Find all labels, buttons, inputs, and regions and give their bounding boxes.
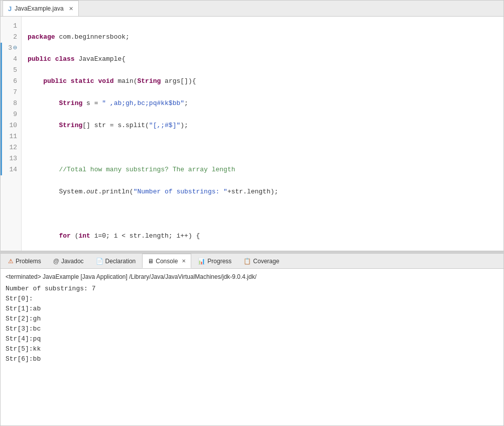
console-line-5: Str[3]:bc — [6, 324, 498, 334]
code-line-7: //Total how many substrings? The array l… — [28, 164, 497, 175]
tab-declaration[interactable]: 📄 Declaration — [90, 254, 142, 268]
tab-close-icon[interactable]: ✕ — [69, 6, 73, 12]
code-line-10: for (int i=0; i < str.length; i++) { — [28, 231, 497, 242]
console-line-2: Str[0]: — [6, 294, 498, 304]
javadoc-label: Javadoc — [61, 258, 84, 265]
line-num-2: 2 — [1, 32, 21, 43]
tab-javadoc[interactable]: @ Javadoc — [48, 254, 89, 268]
code-line-3: public static void main(String args[]){ — [28, 76, 497, 87]
app-container: J JavaExample.java ✕ 1 2 3⊖ 4 5 6 7 8 9 … — [0, 0, 504, 426]
console-label: Console — [156, 258, 178, 265]
line-num-8: 8 — [1, 98, 21, 109]
line-num-6: 6 — [1, 76, 21, 87]
console-line-4: Str[2]:gh — [6, 314, 498, 324]
line-num-3: 3⊖ — [1, 43, 21, 54]
panel-tab-bar: ⚠ Problems @ Javadoc 📄 Declaration 🖥 Con… — [1, 254, 503, 269]
code-line-8: System.out.println("Number of substrings… — [28, 186, 497, 197]
console-header: <terminated> JavaExample [Java Applicati… — [6, 272, 498, 282]
console-line-7: Str[5]:kk — [6, 344, 498, 354]
line-num-10: 10 — [1, 120, 21, 131]
code-line-5: String[] str = s.split("[,;#$]"); — [28, 120, 497, 131]
code-area: 1 2 3⊖ 4 5 6 7 8 9 10 11 12 13 14 packag… — [1, 17, 503, 251]
console-line-1: Number of substrings: 7 — [6, 284, 498, 294]
code-line-1: package com.beginnersbook; — [28, 32, 497, 43]
line-num-9: 9 — [1, 109, 21, 120]
line-num-13: 13 — [1, 153, 21, 164]
console-close-icon[interactable]: ✕ — [182, 258, 186, 264]
tab-problems[interactable]: ⚠ Problems — [3, 254, 47, 268]
console-line-6: Str[4]:pq — [6, 334, 498, 344]
declaration-icon: 📄 — [96, 258, 103, 265]
line-num-5: 5 — [1, 65, 21, 76]
problems-icon: ⚠ — [8, 258, 14, 265]
code-line-9 — [28, 208, 497, 220]
progress-label: Progress — [207, 258, 231, 265]
console-icon: 🖥 — [148, 258, 154, 265]
code-content[interactable]: package com.beginnersbook; public class … — [22, 17, 503, 251]
javadoc-icon: @ — [53, 258, 59, 265]
line-num-12: 12 — [1, 142, 21, 153]
editor-container: J JavaExample.java ✕ 1 2 3⊖ 4 5 6 7 8 9 … — [0, 0, 504, 251]
tab-coverage[interactable]: 📋 Coverage — [238, 254, 285, 268]
problems-label: Problems — [16, 258, 41, 265]
line-num-7: 7 — [1, 87, 21, 98]
code-line-2: public class JavaExample{ — [28, 54, 497, 65]
tab-progress[interactable]: 📊 Progress — [192, 254, 237, 268]
line-num-11: 11 — [1, 131, 21, 142]
console-output-area: <terminated> JavaExample [Java Applicati… — [1, 269, 503, 425]
tab-label: JavaExample.java — [15, 5, 63, 12]
line-num-1: 1 — [1, 21, 21, 32]
coverage-label: Coverage — [253, 258, 279, 265]
java-file-icon: J — [8, 5, 12, 13]
editor-tab-bar: J JavaExample.java ✕ — [1, 1, 503, 17]
editor-tab[interactable]: J JavaExample.java ✕ — [3, 1, 79, 16]
line-numbers: 1 2 3⊖ 4 5 6 7 8 9 10 11 12 13 14 — [1, 17, 22, 251]
bottom-panel: ⚠ Problems @ Javadoc 📄 Declaration 🖥 Con… — [0, 253, 504, 426]
tab-console[interactable]: 🖥 Console ✕ — [142, 254, 191, 268]
progress-icon: 📊 — [198, 258, 205, 265]
console-line-8: Str[6]:bb — [6, 354, 498, 364]
coverage-icon: 📋 — [243, 258, 251, 265]
code-line-6 — [28, 142, 497, 153]
line-num-14: 14 — [1, 164, 21, 175]
declaration-label: Declaration — [105, 258, 136, 265]
console-line-3: Str[1]:ab — [6, 304, 498, 314]
line-num-4: 4 — [1, 54, 21, 65]
code-line-4: String s = " ,ab;gh,bc;pq#kk$bb"; — [28, 98, 497, 109]
